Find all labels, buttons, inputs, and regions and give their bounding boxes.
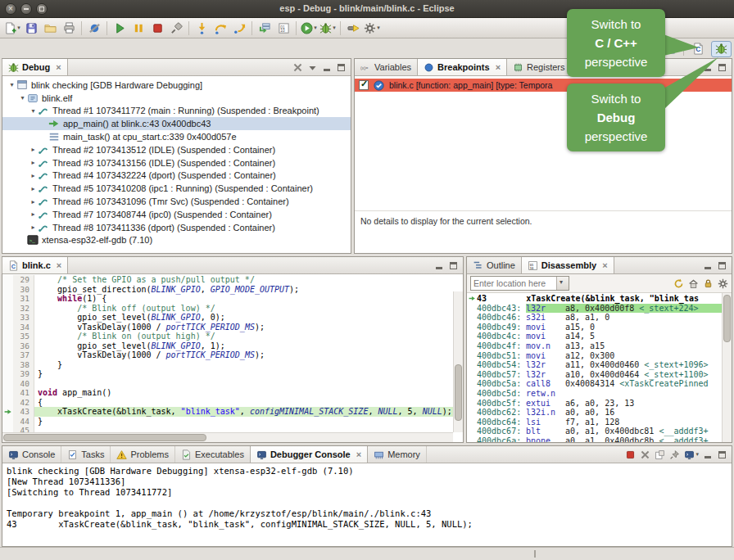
tab-debug[interactable]: Debug× <box>2 59 68 75</box>
tab-registers[interactable]: Registers <box>507 59 571 75</box>
disassembly-row[interactable]: 43 xTaskCreate(&blink_task, "blink_tas <box>467 294 722 304</box>
code-line[interactable]: 32 /* Blink off (output low) */ <box>2 304 453 314</box>
debug-tree-item[interactable]: ▸Thread #3 1073413156 (IDLE) (Suspended … <box>2 156 351 169</box>
close-tab-icon[interactable]: × <box>602 260 607 270</box>
window-maximize-button[interactable] <box>36 3 48 15</box>
breakpoint-checkbox[interactable] <box>359 80 369 90</box>
suspend-button[interactable] <box>129 20 147 37</box>
tree-expanded-icon[interactable]: ▾ <box>7 81 16 88</box>
disassembly-row[interactable]: 400dbc5f:extuia6, a0, 23, 13 <box>467 399 722 409</box>
tab-disassembly[interactable]: 0110Disassembly× <box>521 257 614 273</box>
code-line[interactable]: 42{ <box>2 398 453 408</box>
code-line[interactable]: 35 /* Blink on (output high) */ <box>2 332 453 341</box>
minimize-view-icon[interactable] <box>704 63 713 72</box>
tree-collapsed-icon[interactable]: ▸ <box>29 185 38 192</box>
disassembly-scrollbar[interactable] <box>722 293 732 442</box>
debug-tree-item[interactable]: ▾blink checking [GDB Hardware Debugging] <box>2 79 351 92</box>
window-minimize-button[interactable] <box>20 3 32 15</box>
disassembly-row[interactable]: 400dbc67:blta0, a1, 0x400dbc81 <__adddf3… <box>467 427 722 436</box>
tree-collapsed-icon[interactable]: ▸ <box>29 172 38 179</box>
debug-tree-item[interactable]: ▸Thread #4 1073432224 (dport) (Suspended… <box>2 169 351 183</box>
maximize-view-icon[interactable] <box>337 63 346 72</box>
dropdown-arrow-icon[interactable]: ▾ <box>17 25 20 31</box>
editor-horizontal-scrollbar[interactable] <box>2 432 453 442</box>
disassembly-row[interactable]: 400dbc6a:bnonea0, a1, 0x400dbc8b <__addd… <box>467 436 722 442</box>
location-combo[interactable] <box>470 276 569 291</box>
tab-debugger-console[interactable]: Debugger Console× <box>250 446 368 463</box>
search-button[interactable] <box>344 20 362 37</box>
tab-outline[interactable]: Outline <box>467 257 522 273</box>
debug-tree-item[interactable]: >_xtensa-esp32-elf-gdb (7.10) <box>2 234 351 247</box>
scrollbar-thumb[interactable] <box>455 364 462 421</box>
debug-tree-item[interactable]: main_task() at cpu_start.c:339 0x400d057… <box>2 130 351 143</box>
code-line[interactable]: 29 /* Set the GPIO as a push/pull output… <box>2 275 453 285</box>
debug-tree-item[interactable]: ▸Thread #5 1073410208 (ipc1 : Running) (… <box>2 182 351 195</box>
run-button[interactable]: ▾ <box>300 20 318 37</box>
tab-memory[interactable]: Memory <box>368 446 427 463</box>
window-close-button[interactable]: × <box>5 3 16 15</box>
minimize-view-icon[interactable] <box>323 63 332 72</box>
maximize-view-icon[interactable] <box>718 450 727 459</box>
close-tab-icon[interactable]: × <box>496 62 501 72</box>
tree-collapsed-icon[interactable]: ▸ <box>29 224 38 231</box>
maximize-view-icon[interactable] <box>718 63 727 72</box>
code-line[interactable]: 31 while(1) { <box>2 294 453 304</box>
instruction-stepping-button[interactable]: 0110 <box>274 20 292 37</box>
tab-executables[interactable]: Executables <box>175 446 251 463</box>
disassembly-row[interactable]: 400dbc51:movia12, 0x300 <box>467 351 722 361</box>
disassembly-row[interactable]: 400dbc57:l32ra10, 0x400d0464 <_stext+110… <box>467 370 722 380</box>
tab-blink-c[interactable]: Cblink.c× <box>2 257 68 273</box>
display-selected-console-button[interactable]: ▾ <box>684 449 699 460</box>
tab-tasks[interactable]: Tasks <box>61 446 111 463</box>
tab-breakpoints[interactable]: Breakpoints× <box>417 59 507 75</box>
refresh-button[interactable] <box>673 278 684 289</box>
code-line[interactable]: 41void app_main() <box>2 388 453 398</box>
open-folder-button[interactable] <box>41 20 59 37</box>
external-tools-button[interactable]: ▾ <box>363 20 381 37</box>
cpp-perspective-button[interactable]: C <box>688 41 709 57</box>
code-line[interactable]: 38 } <box>2 360 453 370</box>
disassembly-row[interactable]: 400dbc5d:retw.n <box>467 389 722 399</box>
code-line[interactable]: 44} <box>2 417 453 427</box>
tab-variables[interactable]: (x)=Variables <box>355 59 418 75</box>
maximize-view-icon[interactable] <box>449 261 458 270</box>
step-over-button[interactable] <box>211 20 229 37</box>
disassembly-row[interactable]: 400dbc64:lsif7, a1, 128 <box>467 418 722 427</box>
disconnect-button[interactable] <box>167 20 185 37</box>
tab-console[interactable]: Console <box>2 446 61 463</box>
dropdown-arrow-icon[interactable]: ▾ <box>333 25 336 31</box>
code-line[interactable]: 39} <box>2 369 453 379</box>
code-line[interactable]: 45 <box>2 426 453 432</box>
scrollbar-thumb[interactable] <box>3 434 206 441</box>
code-line[interactable]: 30 gpio_set_direction(BLINK_GPIO, GPIO_M… <box>2 285 453 295</box>
code-line[interactable]: 37 vTaskDelay(1000 / portTICK_PERIOD_MS)… <box>2 350 453 360</box>
print-button[interactable] <box>60 20 78 37</box>
home-button[interactable] <box>688 278 699 289</box>
save-button[interactable] <box>22 20 40 37</box>
terminate-button[interactable] <box>148 20 166 37</box>
minimize-view-icon[interactable] <box>435 261 444 270</box>
tab-problems[interactable]: Problems <box>111 446 174 463</box>
minimize-view-icon[interactable] <box>704 261 713 270</box>
tree-expanded-icon[interactable]: ▾ <box>18 94 27 102</box>
skip-all-breakpoints-button[interactable] <box>85 20 103 37</box>
pin-console-button[interactable] <box>669 449 680 460</box>
step-into-button[interactable] <box>193 20 211 37</box>
code-editor[interactable]: 29 /* Set the GPIO as a push/pull output… <box>2 274 463 442</box>
breakpoint-row[interactable]: blink.c [function: app_main] [type: Temp… <box>355 79 732 92</box>
close-tab-icon[interactable]: × <box>56 62 61 72</box>
location-input[interactable] <box>471 277 556 290</box>
debug-tree-item[interactable]: ▸Thread #2 1073413512 (IDLE) (Suspended … <box>2 143 351 156</box>
code-line[interactable]: 33 gpio_set_level(BLINK_GPIO, 0); <box>2 313 453 323</box>
tree-collapsed-icon[interactable]: ▸ <box>29 210 38 218</box>
disassembly-rows[interactable]: 43 xTaskCreate(&blink_task, "blink_tas40… <box>467 293 722 442</box>
debug-tree-item[interactable]: ▸Thread #8 1073411336 (dport) (Suspended… <box>2 221 351 234</box>
breakpoints-list[interactable]: blink.c [function: app_main] [type: Temp… <box>355 76 732 253</box>
debug-tree-item[interactable]: ▸Thread #7 1073408744 (ipc0) (Suspended … <box>2 208 351 221</box>
debug-button[interactable]: ▾ <box>319 20 337 37</box>
combo-dropdown-icon[interactable] <box>556 277 569 290</box>
disassembly-row[interactable]: 400dbc4c:movia14, 5 <box>467 332 722 341</box>
disassembly-row[interactable]: 400dbc54:l32ra11, 0x400d0460 <_stext+109… <box>467 360 722 370</box>
new-button[interactable]: ▾ <box>3 20 21 37</box>
step-return-button[interactable] <box>230 20 248 37</box>
